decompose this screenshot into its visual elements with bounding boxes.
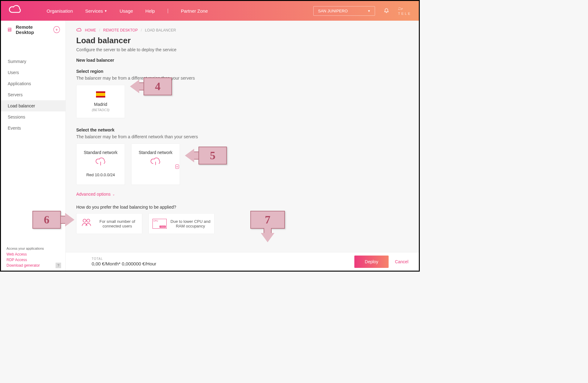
- sidebar-title-text: Remote Desktop: [16, 24, 50, 35]
- breadcrumb-current: LOAD BALANCER: [145, 28, 176, 32]
- logo-icon: [8, 5, 22, 17]
- header-right: SAN JUNIPERO ▼ ಎಂ TELE: [313, 6, 411, 16]
- cancel-button[interactable]: Cancel: [395, 259, 408, 264]
- breadcrumb: HOME / REMOTE DESKTOP / LOAD BALANCER: [76, 27, 408, 33]
- svg-point-2: [83, 219, 86, 222]
- network-card-existing[interactable]: Standard network Red 10.0.0.0/24: [76, 144, 125, 185]
- sidebar-item-servers[interactable]: Servers: [1, 89, 65, 100]
- total-block: TOTAL 0,00 €/Month* 0,000000 €/Hour: [76, 257, 354, 266]
- svg-point-3: [87, 219, 90, 222]
- sidebar-item-users[interactable]: Users: [1, 67, 65, 78]
- nav-usage[interactable]: Usage: [120, 8, 133, 14]
- chevron-down-icon: ▼: [104, 9, 107, 13]
- nav-help[interactable]: Help: [145, 8, 155, 14]
- chevron-down-icon: ▼: [368, 9, 371, 13]
- sidebar-menu: Summary Users Applications Servers Load …: [1, 56, 65, 134]
- help-icon[interactable]: ?: [56, 263, 61, 268]
- sidebar-item-load-balancer[interactable]: Load balancer: [1, 100, 65, 111]
- breadcrumb-sep: /: [141, 28, 142, 32]
- sidebar: 🖥 Remote Desktop + Summary Users Applica…: [1, 21, 66, 271]
- breadcrumb-sep: /: [99, 28, 100, 32]
- form-title: New load balancer: [76, 58, 408, 63]
- network-card-title: Standard network: [135, 150, 177, 155]
- deploy-button[interactable]: Deploy: [354, 256, 389, 268]
- plus-badge-icon: +: [175, 164, 179, 169]
- org-selected-label: SAN JUNIPERO: [318, 9, 348, 13]
- region-note: The balancer may be from a different reg…: [76, 76, 408, 81]
- region-label: Select region: [76, 69, 408, 74]
- region-code: (BETADC3): [80, 108, 122, 112]
- notifications-icon[interactable]: [384, 7, 389, 15]
- cpu-ram-icon: [152, 219, 167, 229]
- network-card-new[interactable]: Standard network +: [131, 144, 180, 185]
- link-rdp-access[interactable]: RDP Access: [6, 257, 44, 263]
- pref-card-cpu-ram[interactable]: Due to lower CPU and RAM occupancy: [148, 213, 215, 234]
- pref-card-label: Due to lower CPU and RAM occupancy: [170, 219, 211, 228]
- sidebar-footer-title: Access your applications: [6, 247, 44, 250]
- nav-separator: |: [167, 8, 169, 14]
- flag-spain-icon: [96, 91, 105, 98]
- region-city: Madrid: [80, 102, 122, 107]
- org-dropdown[interactable]: SAN JUNIPERO ▼: [313, 6, 375, 16]
- total-value: 0,00 €/Month* 0,000000 €/Hour: [92, 261, 354, 266]
- pref-card-label: For small number of connected users: [96, 219, 138, 228]
- sidebar-title: 🖥 Remote Desktop +: [1, 22, 65, 40]
- network-card-title: Standard network: [80, 150, 122, 155]
- nav-organisation[interactable]: Organisation: [47, 8, 73, 14]
- page-title: Load balancer: [76, 36, 408, 45]
- users-icon: [80, 218, 93, 229]
- network-label: Select the network: [76, 127, 408, 132]
- breadcrumb-parent[interactable]: REMOTE DESKTOP: [103, 28, 138, 32]
- top-header: Organisation Services▼ Usage Help | Part…: [1, 1, 419, 21]
- link-web-access[interactable]: Web Access: [6, 252, 44, 257]
- brand-mark: ಎಂ TELE: [398, 6, 411, 15]
- breadcrumb-home[interactable]: HOME: [85, 28, 96, 32]
- region-card-madrid[interactable]: Madrid (BETADC3): [76, 85, 125, 118]
- sidebar-item-sessions[interactable]: Sessions: [1, 111, 65, 123]
- sidebar-item-summary[interactable]: Summary: [1, 56, 65, 67]
- bottom-bar: TOTAL 0,00 €/Month* 0,000000 €/Hour Depl…: [66, 252, 419, 271]
- advanced-options-toggle[interactable]: Advanced options ⌄: [76, 192, 408, 197]
- sidebar-item-events[interactable]: Events: [1, 123, 65, 134]
- remote-desktop-icon: 🖥: [6, 27, 12, 33]
- page-subtitle: Configure the server to be able to deplo…: [76, 47, 408, 52]
- nav-partner-zone[interactable]: Partner Zone: [181, 8, 208, 14]
- network-card-sub: Red 10.0.0.0/24: [80, 173, 122, 177]
- cloud-add-icon: +: [135, 157, 177, 168]
- network-note: The balancer may be from a different net…: [76, 134, 408, 139]
- chevron-down-icon: ⌄: [112, 193, 115, 196]
- pref-question: How do you prefer the load balancing to …: [76, 205, 408, 210]
- main-content: HOME / REMOTE DESKTOP / LOAD BALANCER Lo…: [66, 21, 419, 252]
- link-download-generator[interactable]: Download generator: [6, 263, 44, 268]
- nav-services[interactable]: Services▼: [85, 8, 107, 14]
- sidebar-item-applications[interactable]: Applications: [1, 78, 65, 89]
- top-nav: Organisation Services▼ Usage Help | Part…: [47, 8, 313, 14]
- home-icon: [76, 27, 82, 33]
- cloud-download-icon: [80, 157, 122, 168]
- pref-card-users[interactable]: For small number of connected users: [76, 213, 142, 234]
- sidebar-footer: Access your applications Web Access RDP …: [6, 247, 44, 268]
- add-button[interactable]: +: [53, 26, 60, 33]
- total-label: TOTAL: [92, 257, 354, 260]
